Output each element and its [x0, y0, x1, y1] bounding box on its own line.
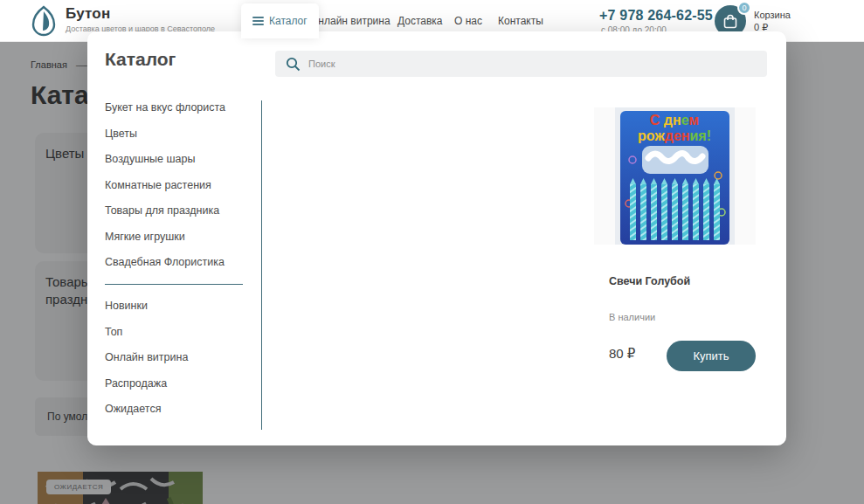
- menu-item-florist-bouquet[interactable]: Букет на вкус флориста: [105, 101, 253, 114]
- menu-item-party-goods[interactable]: Товары для праздника: [105, 204, 253, 217]
- svg-text:С днем: С днем: [650, 113, 699, 128]
- cart-label: Корзина: [754, 10, 791, 20]
- menu-item-top[interactable]: Топ: [105, 326, 253, 338]
- shopping-bag-icon: [723, 14, 737, 29]
- menu-item-plush-toys[interactable]: Мягкие игрушки: [105, 231, 253, 243]
- menu-item-sale[interactable]: Распродажа: [105, 377, 253, 390]
- nav-catalog-label: Каталог: [269, 15, 308, 27]
- menu-item-wedding-floristry[interactable]: Свадебная Флористика: [105, 256, 253, 268]
- product-availability: В наличии: [609, 312, 655, 322]
- product-price: 80 ₽: [609, 346, 635, 362]
- nav-label: Доставка: [397, 15, 443, 27]
- menu-divider: [105, 284, 243, 285]
- nav-label: Онлайн витрина: [310, 15, 391, 27]
- cart-count-badge: 0: [737, 1, 751, 15]
- buy-button[interactable]: Купить: [667, 341, 756, 371]
- product-name[interactable]: Свечи Голубой: [609, 275, 690, 287]
- menu-item-houseplants[interactable]: Комнатные растения: [105, 179, 253, 191]
- nav-catalog[interactable]: Каталог: [241, 3, 319, 38]
- search-icon: [286, 57, 301, 72]
- vertical-divider: [261, 100, 262, 430]
- menu-item-flowers[interactable]: Цветы: [105, 128, 253, 140]
- modal-title: Каталог: [105, 49, 176, 70]
- nav-label: О нас: [454, 15, 482, 27]
- nav-label: Контакты: [498, 15, 543, 27]
- menu-item-new[interactable]: Новинки: [105, 300, 253, 312]
- search-bar[interactable]: [275, 51, 767, 77]
- catalog-modal: Каталог Букет на вкус флориста Цветы Воз…: [87, 31, 786, 445]
- hamburger-icon: [252, 15, 264, 27]
- menu-item-expected[interactable]: Ожидается: [105, 403, 253, 415]
- menu-item-online-showcase[interactable]: Онлайн витрина: [105, 351, 253, 363]
- menu-item-balloons[interactable]: Воздушные шары: [105, 153, 253, 165]
- catalog-menu: Букет на вкус флориста Цветы Воздушные ш…: [105, 101, 253, 429]
- product-image-candles[interactable]: С днем рождения!: [594, 107, 756, 245]
- svg-text:рождения!: рождения!: [638, 128, 711, 143]
- phone-link[interactable]: +7 978 264-62-55: [599, 8, 713, 24]
- logo-title: Бутон: [66, 5, 215, 23]
- tulip-logo-icon: [29, 5, 59, 37]
- search-input[interactable]: [308, 59, 728, 69]
